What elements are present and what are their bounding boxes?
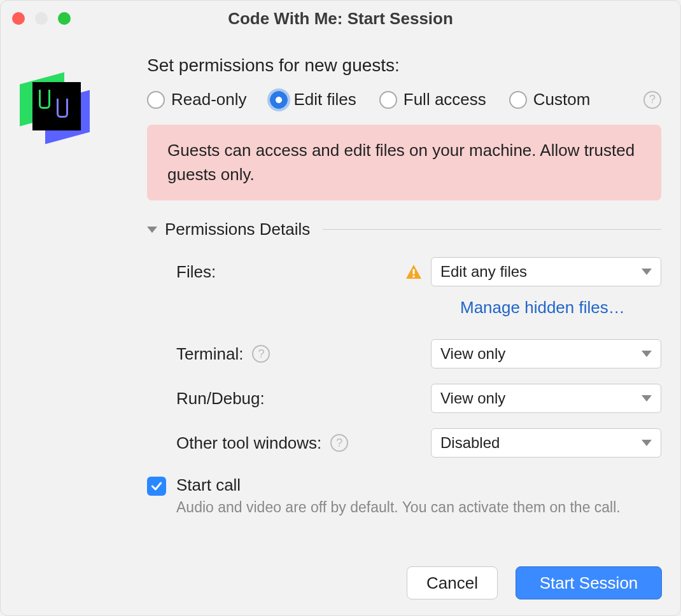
radio-label: Read-only (171, 90, 247, 109)
radio-custom[interactable]: Custom (509, 90, 591, 109)
radio-label: Full access (404, 90, 486, 109)
select-value: Edit any files (440, 263, 527, 281)
rundebug-label: Run/Debug: (176, 389, 265, 409)
section-label: Permissions Details (165, 220, 310, 239)
window-controls (12, 12, 71, 25)
chevron-down-icon (642, 395, 652, 402)
permission-level-radios: Read-only Edit files Full access Custom … (147, 90, 661, 109)
radio-label: Edit files (294, 90, 356, 109)
files-select[interactable]: Edit any files (431, 257, 661, 286)
start-call-label: Start call (176, 475, 621, 495)
titlebar: Code With Me: Start Session (1, 1, 680, 36)
close-icon[interactable] (12, 12, 25, 25)
perm-row-files: Files: Edit any files (176, 257, 661, 286)
chevron-down-icon (642, 269, 652, 275)
perm-row-terminal: Terminal: ? View only (176, 339, 661, 368)
help-icon[interactable]: ? (252, 345, 270, 363)
warning-banner: Guests can access and edit files on your… (147, 125, 661, 200)
radio-full-access[interactable]: Full access (379, 90, 486, 109)
permissions-details-header[interactable]: Permissions Details (147, 220, 661, 239)
terminal-label: Terminal: (176, 344, 243, 364)
start-session-button[interactable]: Start Session (516, 566, 662, 599)
radio-edit-files[interactable]: Edit files (270, 90, 356, 109)
svg-rect-0 (413, 269, 415, 274)
rundebug-select[interactable]: View only (431, 384, 661, 413)
select-value: View only (440, 345, 505, 363)
othertools-select[interactable]: Disabled (431, 428, 661, 458)
radio-icon (270, 91, 288, 109)
warning-icon (405, 264, 422, 279)
radio-icon (509, 91, 527, 109)
start-call-row: Start call Audio and video are off by de… (147, 475, 661, 516)
app-logo (20, 55, 147, 516)
start-call-checkbox[interactable] (147, 477, 166, 496)
start-call-sublabel: Audio and video are off by default. You … (176, 499, 621, 516)
divider (323, 229, 661, 230)
permissions-heading: Set permissions for new guests: (147, 55, 661, 76)
perm-row-othertools: Other tool windows: ? Disabled (176, 428, 661, 458)
select-value: View only (440, 389, 505, 407)
radio-read-only[interactable]: Read-only (147, 90, 247, 109)
select-value: Disabled (440, 434, 500, 452)
dialog-footer: Cancel Start Session (407, 566, 662, 599)
help-icon[interactable]: ? (330, 434, 348, 452)
minimize-icon[interactable] (35, 12, 48, 25)
othertools-label: Other tool windows: (176, 433, 321, 453)
files-label: Files: (176, 262, 216, 282)
cancel-button[interactable]: Cancel (407, 566, 498, 599)
perm-row-rundebug: Run/Debug: View only (176, 384, 661, 413)
radio-icon (147, 91, 165, 109)
svg-rect-1 (413, 276, 415, 277)
chevron-down-icon (147, 227, 157, 233)
terminal-select[interactable]: View only (431, 339, 661, 368)
help-icon[interactable]: ? (643, 91, 661, 109)
manage-hidden-files-link[interactable]: Manage hidden files… (460, 298, 625, 317)
window-title: Code With Me: Start Session (1, 9, 680, 29)
zoom-icon[interactable] (58, 12, 71, 25)
chevron-down-icon (642, 440, 652, 446)
radio-label: Custom (533, 90, 591, 109)
radio-icon (379, 91, 397, 109)
chevron-down-icon (642, 351, 652, 357)
